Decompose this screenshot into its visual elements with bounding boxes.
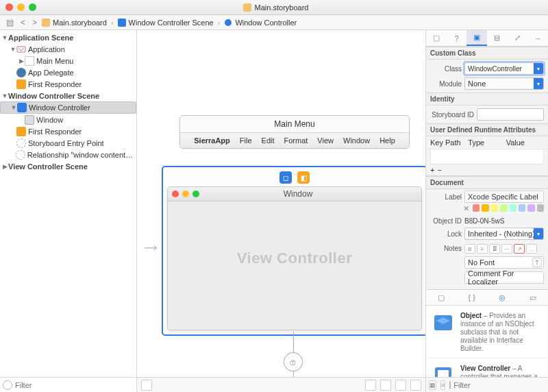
align-button[interactable] [365,380,376,391]
canvas-window[interactable]: Window View Controller [167,186,422,330]
label-color-swatches[interactable]: ✕ [426,204,548,216]
nav-toggle-icon[interactable]: ▤ [4,18,16,27]
menu-item[interactable]: SierraApp [194,136,230,145]
tab-file[interactable]: ▢ [426,30,447,46]
menu-item[interactable]: View [317,136,334,145]
tab-file-templates[interactable]: ▢ [426,290,457,305]
storyboard-id-field[interactable] [477,108,544,121]
outline-item-entry-point[interactable]: ▶Storyboard Entry Point [0,137,136,149]
outline-item-app-delegate[interactable]: ▶App Delegate [0,66,136,78]
scene-dock[interactable]: ◻ ◧ [167,171,422,184]
window-controller-icon [17,103,27,112]
library-item-object[interactable]: Object – Provides an instance of an NSOb… [426,306,548,358]
tab-code-snippets[interactable]: { } [457,290,488,305]
menu-item[interactable]: Window [343,136,370,145]
filter-scope-icon[interactable] [449,380,451,390]
font-picker-icon[interactable]: T [532,258,542,267]
class-input[interactable] [468,65,534,73]
canvas-window-controller[interactable]: ◻ ◧ Window View Controller [162,166,426,336]
tab-object-library[interactable]: ◎ [487,290,518,305]
menu-item[interactable]: Edit [262,136,275,145]
outline-item-application[interactable]: ▼Application [0,43,136,55]
font-field[interactable]: No FontT [464,256,544,269]
breadcrumb-seg-file[interactable]: Main.storyboard [42,19,107,27]
resolve-issues-button[interactable] [395,380,406,391]
link-button[interactable]: ↗ [514,244,525,254]
menu-items[interactable]: SierraApp File Edit Format View Window H… [180,133,409,148]
inspector-tabs[interactable]: ▢ ? ▣ ⊟ ⤢ → [426,30,548,47]
outline-toggle-button[interactable] [141,380,152,391]
tab-connections[interactable]: → [527,30,548,46]
breadcrumb-seg-controller[interactable]: Window Controller [224,19,297,27]
minimize-icon[interactable] [17,3,25,11]
menu-icon [25,56,34,66]
tab-quick-help[interactable]: ? [447,30,467,46]
dropdown-icon[interactable]: ▾ [534,63,543,74]
first-responder-icon[interactable]: ◧ [297,171,310,184]
menu-item[interactable]: Format [284,136,308,145]
outline-item-first-responder[interactable]: ▶First Responder [0,125,136,137]
bold-button[interactable]: B [464,244,475,254]
forward-button[interactable]: > [30,18,39,27]
swatch[interactable] [519,204,525,212]
menu-item[interactable]: Help [379,136,395,145]
outline-scene[interactable]: ▼Window Controller Scene [0,90,136,101]
swatch[interactable] [527,204,534,212]
pin-button[interactable] [380,380,391,391]
embed-button[interactable] [410,380,421,391]
menu-title: Main Menu [180,116,409,133]
menu-item[interactable]: File [240,136,252,145]
library-item-view-controller[interactable]: View Controller – A controller that mana… [426,358,548,377]
add-attribute-button[interactable]: + [430,166,434,174]
canvas-main-menu[interactable]: Main Menu SierraApp File Edit Format Vie… [179,115,410,149]
swatch[interactable] [491,204,498,212]
lock-combobox[interactable]: Inherited - (Nothing) ▾ [464,228,544,240]
close-icon[interactable] [5,3,13,11]
tab-media-library[interactable]: ▭ [518,290,549,305]
outline-tree[interactable]: ▼Application Scene ▼Application ▶Main Me… [0,30,136,377]
traffic-lights[interactable] [5,3,36,11]
outline-item-relationship[interactable]: ▶Relationship "window content" to "... [0,149,136,160]
udra-table[interactable] [430,149,544,164]
swatch[interactable] [500,204,507,212]
outline-scene[interactable]: ▶View Controller Scene [0,160,136,172]
module-combobox[interactable]: None ▾ [464,77,544,90]
tab-attributes[interactable]: ⊟ [487,30,508,46]
dropdown-icon[interactable]: ▾ [534,228,543,239]
outline-item-first-responder[interactable]: ▶First Responder [0,78,136,90]
outline-filter-input[interactable] [15,381,134,389]
library-filter-input[interactable] [453,381,548,389]
comment-field[interactable]: Comment For Localizer [464,271,544,284]
outline-item-window-controller[interactable]: ▼Window Controller [0,101,136,114]
storyboard-id-input[interactable] [477,111,543,119]
align-left-button[interactable]: ≡ [477,244,488,254]
swatch[interactable] [537,204,544,212]
outline-scene[interactable]: ▼Application Scene [0,32,136,43]
dropdown-icon[interactable]: ▾ [534,78,543,89]
align-right-button[interactable]: ⋯ [501,244,512,254]
grid-view-button[interactable]: ▦ [429,380,436,390]
swatch[interactable] [473,204,480,212]
list-view-button[interactable]: ≡ [440,380,445,390]
storyboard-canvas[interactable]: → Main Menu SierraApp File Edit Format V… [137,30,426,392]
library-tabs[interactable]: ▢ { } ◎ ▭ [426,289,548,306]
object-library-list[interactable]: Object – Provides an instance of an NSOb… [426,306,548,377]
window-controller-icon[interactable]: ◻ [279,171,292,184]
outline-item-window[interactable]: ▶Window [0,114,136,125]
zoom-icon[interactable] [29,3,36,11]
back-button[interactable]: < [18,18,27,27]
outline-item-main-menu[interactable]: ▶Main Menu [0,55,136,66]
window-title: Main.storyboard [36,3,515,12]
align-center-button[interactable]: ≣ [489,244,500,254]
jump-bar[interactable]: ▤ < > Main.storyboard › Window Controlle… [0,15,548,30]
swatch[interactable] [482,204,488,212]
tab-size[interactable]: ⤢ [508,30,528,46]
tab-identity[interactable]: ▣ [466,30,487,46]
swatch[interactable] [510,204,516,212]
breadcrumb-seg-scene[interactable]: Window Controller Scene [118,19,214,27]
doc-label-field[interactable]: Xcode Specific Label [464,191,544,203]
filter-scope-icon[interactable] [3,380,12,390]
more-button[interactable]: … [526,244,537,254]
class-combobox[interactable]: ⊘ ▾ [464,62,544,75]
remove-attribute-button[interactable]: − [437,166,441,174]
